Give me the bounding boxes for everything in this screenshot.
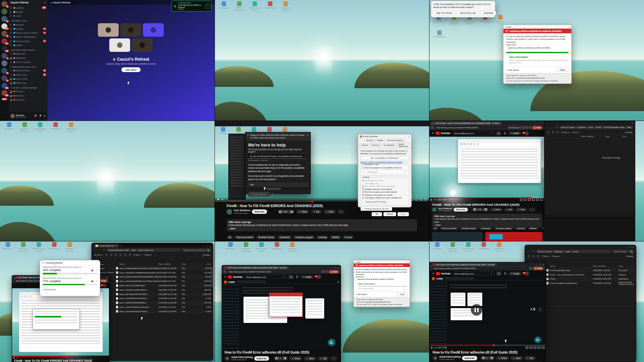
desktop-icon[interactable]: My Movie — [218, 1, 230, 8]
volume-icon[interactable]: ◄) — [16, 357, 18, 359]
checkbox[interactable] — [362, 188, 364, 190]
skip-version-button[interactable]: Skip This Version — [433, 11, 456, 15]
menu-icon[interactable]: ≡ — [432, 272, 434, 275]
view-button[interactable]: ≡ View ∨ — [144, 254, 152, 256]
copy-icon[interactable] — [110, 254, 112, 256]
account-avatar[interactable] — [103, 284, 106, 287]
channel-avatar[interactable] — [227, 209, 232, 215]
fullscreen-icon[interactable] — [540, 199, 543, 201]
bookmark-icon[interactable] — [525, 126, 528, 129]
recommended-thumbnail[interactable] — [432, 232, 483, 241]
breadcrumb-item[interactable]: Local — [565, 251, 572, 253]
chat-extension-button[interactable]: Chat — [329, 270, 339, 273]
chip[interactable]: Learning — [316, 235, 329, 239]
create-button[interactable]: + Create — [300, 275, 314, 279]
like-icon[interactable] — [276, 357, 278, 359]
chip[interactable]: All — [227, 235, 233, 239]
captions-icon[interactable] — [524, 199, 527, 201]
desktop-icon[interactable]: My Movie — [224, 242, 237, 249]
chip[interactable]: For you — [343, 235, 354, 239]
search-button[interactable] — [288, 275, 294, 279]
subscribe-button[interactable]: Subscribe — [252, 209, 267, 214]
desktop-icon[interactable]: ESD GpsbId Profile — [462, 242, 475, 251]
file-row[interactable]: cache_64e56d121a881e58721... 6/26/2025 1… — [114, 288, 213, 292]
server-header[interactable]: Cauzzi's Retreat ∨ — [9, 0, 47, 5]
file-row[interactable]: cache_64e00ab6a81d821eba70469e3a46cb96..… — [114, 279, 213, 284]
breadcrumb-item[interactable]: server-cache-priv — [138, 249, 156, 251]
server-icon[interactable]: 49 — [1, 1, 7, 7]
tab[interactable]: General — [359, 143, 370, 147]
file-row[interactable]: cache_64efcb4eb3d3e57e0b13... 12/2/2025 … — [114, 309, 213, 314]
delete-icon[interactable] — [129, 254, 131, 256]
youtube-logo[interactable]: YouTube — [436, 272, 451, 275]
channel-item[interactable]: Inner Circle — [9, 77, 47, 81]
channel-item[interactable]: Round 3 — [9, 98, 47, 102]
pause-icon[interactable]: ▮▮ — [91, 269, 93, 271]
explorer-tab[interactable]: server-cache-priv × — [93, 244, 119, 248]
chip[interactable]: From your search — [234, 235, 255, 239]
url-text[interactable]: https://www.youtube.com/watch?v=InGWnrCe… — [227, 270, 321, 273]
desktop-icon[interactable]: KMSPl.rtyp — [48, 242, 61, 249]
browser-tab[interactable]: (377) How to Fix FiveM Error adhesive.dl… — [223, 266, 289, 269]
more-icon[interactable]: ··· — [563, 255, 565, 257]
hide-details-toggle[interactable]: ∧ Hide details — [506, 69, 519, 71]
like-icon[interactable] — [280, 211, 282, 213]
video-player-reddit[interactable]: reddit + 5 › G. ▶ ◄) 1:37 / 2:26 — [430, 276, 545, 349]
breadcrumb-item[interactable]: Local — [588, 126, 596, 128]
maximize-icon[interactable]: □ — [335, 267, 336, 269]
toast-dismiss-link[interactable]: Dismiss — [178, 8, 204, 10]
column-name[interactable]: Name — [115, 263, 158, 265]
refresh-icon[interactable]: ↻ — [556, 126, 558, 129]
server-icon[interactable]: 848 — [1, 90, 7, 96]
new-tab-icon[interactable]: + — [121, 245, 122, 248]
checkbox[interactable] — [362, 191, 364, 193]
summarize-button[interactable]: Summarize — [508, 127, 521, 129]
clip-button[interactable]: ✂ Clip — [524, 356, 535, 360]
miniplayer-icon[interactable] — [532, 199, 535, 201]
yes-option[interactable]: Yes — [248, 183, 308, 187]
chips-scroll-arrow[interactable]: › — [543, 227, 544, 230]
column-name[interactable]: Name — [546, 265, 593, 267]
volume-icon[interactable]: ◄) — [434, 347, 436, 349]
chip[interactable]: From your search — [440, 227, 459, 230]
checkbox[interactable] — [362, 180, 364, 182]
dislike-icon[interactable] — [290, 211, 292, 213]
voice-search-icon[interactable] — [296, 275, 298, 278]
desktop-icon[interactable]: Wallpaper Engine — [494, 15, 507, 24]
search-input[interactable]: fivem legitimacy error × — [244, 275, 286, 279]
desktop-icon[interactable]: HEX.Bin Configtool — [233, 1, 246, 10]
close-icon[interactable]: × — [543, 264, 544, 266]
tab[interactable]: Digital Signatures — [397, 142, 410, 148]
video-player[interactable] — [429, 137, 544, 198]
account-avatar[interactable] — [525, 271, 529, 275]
up-icon[interactable]: ↑ — [531, 250, 532, 253]
fullscreen-icon[interactable] — [542, 347, 544, 349]
close-icon[interactable]: × — [408, 135, 410, 137]
settings-gear-icon[interactable]: ⊙ — [43, 114, 46, 118]
site-info-icon[interactable] — [431, 126, 433, 129]
close-icon[interactable]: × — [97, 262, 98, 264]
channel-name[interactable]: GuideToEverything — [439, 356, 461, 358]
ask-button[interactable]: + Ask — [504, 208, 514, 211]
profile-icon[interactable] — [325, 270, 328, 273]
close-icon[interactable]: × — [106, 276, 108, 278]
checkbox[interactable] — [362, 167, 364, 169]
clip-button[interactable]: ✂ Clip — [318, 356, 329, 361]
join-voice-button[interactable]: Join Voice — [121, 67, 141, 72]
channel-item[interactable]: selfies — [9, 43, 47, 47]
file-row[interactable]: cache_64d91bcf54b7957da4343f8ab4c75687..… — [114, 275, 213, 279]
settings-icon[interactable] — [534, 347, 536, 349]
desktop-icon[interactable]: ESD GpsbId Profile — [34, 122, 46, 131]
checkbox[interactable] — [362, 197, 364, 199]
channel-avatar[interactable] — [432, 207, 437, 212]
scrollbar[interactable] — [212, 267, 213, 287]
channel-name[interactable]: GuideToEverything — [231, 356, 253, 359]
checkbox[interactable] — [362, 186, 364, 188]
sort-button[interactable]: ⇅ Sort ∨ — [542, 255, 550, 257]
chat-extension-button[interactable]: Chat — [532, 126, 542, 129]
channel-item[interactable]: Cauzzi C Dating Rooms — [9, 86, 47, 90]
pause-icon[interactable]: ▮▮ — [91, 280, 93, 282]
rename-icon[interactable] — [119, 254, 122, 256]
settings-icon[interactable] — [528, 199, 531, 201]
dislike-icon[interactable] — [283, 357, 286, 359]
